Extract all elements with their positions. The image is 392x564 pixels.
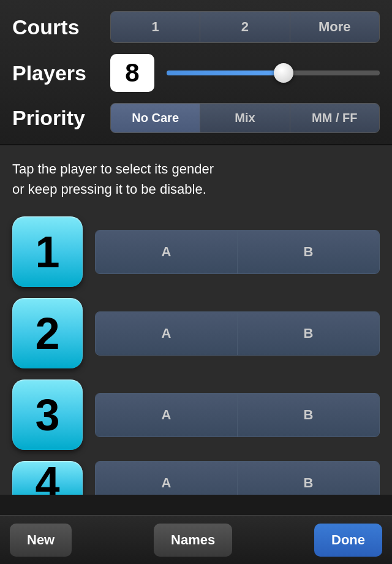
player-4-a-button[interactable]: A [96,462,238,495]
player-2-b-button[interactable]: B [238,312,379,355]
player-3-button[interactable]: 3 [12,379,83,450]
slider-fill [167,70,284,75]
main-content: Tap the player to select its gender or k… [0,145,392,495]
players-slider-container[interactable] [167,64,380,82]
player-1-button[interactable]: 1 [12,216,83,287]
priority-option-mix[interactable]: Mix [200,104,290,132]
courts-row: Courts 1 2 More [12,11,380,43]
settings-panel: Courts 1 2 More Players 8 Priority No Ca… [0,0,392,145]
done-button[interactable]: Done [314,524,382,557]
player-2-ab-control: A B [95,311,380,356]
player-list: 1 A B 2 A B 3 A B 4 A [12,216,380,495]
players-label: Players [12,61,110,85]
players-row: Players 8 [12,54,380,92]
player-3-ab-control: A B [95,393,380,437]
courts-option-2[interactable]: 2 [200,12,290,42]
courts-option-1[interactable]: 1 [111,12,200,42]
players-value-display: 8 [110,54,154,92]
instruction-text: Tap the player to select its gender or k… [12,159,380,199]
priority-label: Priority [12,106,110,130]
priority-option-no-care[interactable]: No Care [111,104,200,132]
player-4-button[interactable]: 4 [12,461,83,495]
player-row-4: 4 A B [12,461,380,495]
instruction-line2: or keep pressing it to be disable. [12,179,380,199]
new-button[interactable]: New [10,524,72,557]
bottom-toolbar: New Names Done [0,515,392,564]
priority-row: Priority No Care Mix MM / FF [12,103,380,133]
courts-label: Courts [12,15,110,39]
player-1-ab-control: A B [95,230,380,274]
courts-segmented-control: 1 2 More [110,11,380,43]
slider-thumb[interactable] [274,63,293,83]
player-row-2: 2 A B [12,298,380,368]
player-row-1: 1 A B [12,216,380,287]
player-3-b-button[interactable]: B [238,394,379,436]
instruction-line1: Tap the player to select its gender [12,159,380,179]
slider-track [167,70,380,75]
player-2-button[interactable]: 2 [12,298,83,368]
names-button[interactable]: Names [154,524,232,557]
courts-option-more[interactable]: More [290,12,379,42]
player-2-a-button[interactable]: A [96,312,238,355]
player-4-ab-control: A B [95,461,380,495]
player-row-3: 3 A B [12,379,380,450]
player-1-a-button[interactable]: A [96,231,238,273]
priority-option-mmff[interactable]: MM / FF [290,104,379,132]
player-1-b-button[interactable]: B [238,231,379,273]
player-3-a-button[interactable]: A [96,394,238,436]
priority-segmented-control: No Care Mix MM / FF [110,103,380,133]
player-4-b-button[interactable]: B [238,462,379,495]
